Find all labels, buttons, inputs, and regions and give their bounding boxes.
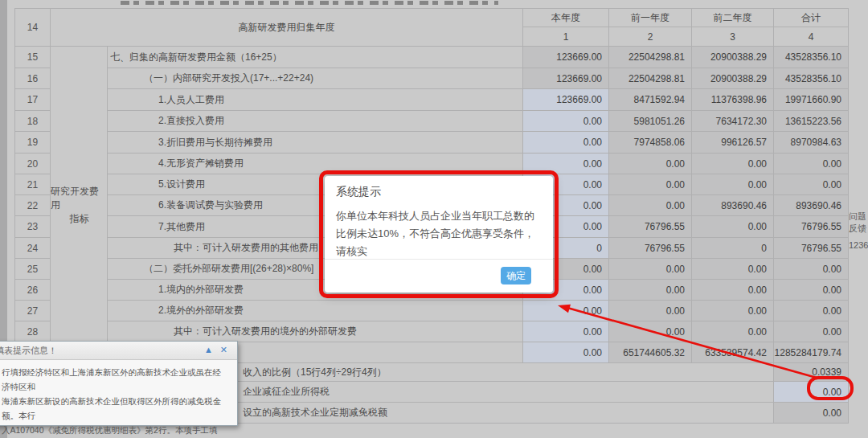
dialog-title: 系统提示	[325, 176, 553, 199]
value-cell-col3: 11376398.96	[692, 89, 774, 111]
value-cell-col3: 0.00	[692, 154, 774, 174]
value-cell-col1[interactable]: 0.00	[523, 111, 609, 132]
value-cell-col2: 0.00	[609, 321, 692, 342]
row-number: 18	[15, 111, 51, 132]
value-cell-col4: 0.00	[774, 301, 849, 321]
value-cell-col1[interactable]: 123669.00	[523, 89, 609, 111]
category-column-spacer	[51, 132, 108, 154]
value-cell-col1[interactable]: 0.00	[523, 342, 609, 363]
table-row: 16（一）内部研究开发投入(17+...+22+24)123669.002250…	[15, 68, 849, 89]
value-cell-col2: 76796.55	[609, 216, 692, 238]
value-cell-col4: 893690.46	[774, 195, 849, 216]
row-number: 25	[15, 259, 51, 280]
value-cell-col3: 20900388.29	[692, 68, 774, 89]
row-number: 20	[15, 154, 51, 174]
row-number: 28	[15, 321, 51, 342]
column-header: 前一年度	[609, 9, 692, 27]
clipped-row-above	[121, 1, 498, 5]
row-label: 七、归集的高新研发费用金额（16+25）	[108, 47, 523, 68]
value-cell-col2: 22504298.81	[609, 47, 692, 68]
tip-popup-line: 行填报经济特区和上海浦东新区外的高新技术企业或虽在经济特区和	[2, 365, 229, 394]
value-cell-col1[interactable]: 0.00	[523, 301, 609, 321]
column-number: 3	[692, 27, 774, 47]
value-cell-col1[interactable]: 0.00	[523, 132, 609, 154]
category-column-spacer	[51, 321, 108, 342]
value-cell-col2: 0.00	[609, 154, 692, 174]
header-columns: 本年度前一年度前二年度合计1234	[523, 9, 849, 47]
value-cell-col3: 20900388.29	[692, 47, 774, 68]
value-cell-col4: 0.00	[774, 174, 849, 195]
value-cell-col4[interactable]: 0.00	[774, 382, 849, 403]
value-cell-col3: 0.00	[692, 321, 774, 342]
value-cell-col1: 123669.00	[523, 68, 609, 89]
value-cell-col4: 43528356.10	[774, 68, 849, 89]
row-number: 24	[15, 238, 51, 259]
close-icon[interactable]: ✕	[220, 345, 227, 355]
feedback-hotline: 12366	[849, 239, 868, 252]
value-cell-col4: 0.00	[774, 321, 849, 342]
row-number: 23	[15, 216, 51, 238]
row-number: 17	[15, 89, 51, 111]
value-cell-col4: 0.0339	[774, 363, 849, 382]
table-header-row: 14高新研发费用归集年度本年度前一年度前二年度合计1234	[15, 9, 849, 47]
table-row: 272.境外的外部研发费0.000.000.000.00	[15, 301, 849, 321]
collapse-icon[interactable]: ▲	[204, 345, 213, 355]
row-label: 3.折旧费用与长期待摊费用	[108, 132, 523, 154]
row-number: 21	[15, 174, 51, 195]
category-column-spacer	[51, 195, 108, 216]
value-cell-col4: 0.00	[774, 403, 849, 424]
value-cell-col1: 123669.00	[523, 47, 609, 68]
value-cell-col1[interactable]: 0.00	[523, 154, 609, 174]
column-number: 1	[523, 27, 609, 47]
category-column-spacer	[51, 259, 108, 280]
row-number: 16	[15, 68, 51, 89]
tip-popup-header: 填表提示信息！ ▲ ✕	[0, 342, 237, 360]
row-number: 26	[15, 280, 51, 301]
dialog-message-line: 你单位本年科技人员占企业当年职工总数的	[336, 207, 542, 225]
value-cell-col3: 893690.46	[692, 195, 774, 216]
category-column-spacer	[51, 280, 108, 301]
row-number: 14	[15, 9, 51, 47]
value-cell-col4: 0.00	[774, 280, 849, 301]
confirm-button[interactable]: 确定	[501, 267, 531, 284]
table-row: 204.无形资产摊销费用0.000.000.000.00	[15, 154, 849, 174]
column-number: 4	[774, 27, 849, 47]
column-header: 前二年度	[692, 9, 774, 27]
value-cell-col4: 0.00	[774, 154, 849, 174]
value-cell-col3: 0.00	[692, 301, 774, 321]
row-label: 2.直接投入费用	[108, 111, 523, 132]
column-header: 本年度	[523, 9, 609, 27]
value-cell-col2: 0.00	[609, 259, 692, 280]
value-cell-col1[interactable]: 0.00	[523, 321, 609, 342]
row-label: 1.人员人工费用	[108, 89, 523, 111]
header-merged-label: 高新研发费用归集年度	[51, 9, 523, 47]
row-number: 27	[15, 301, 51, 321]
tax-form-page: 14高新研发费用归集年度本年度前一年度前二年度合计123415七、归集的高新研发…	[0, 0, 868, 438]
value-cell-col2: 7974858.06	[609, 132, 692, 154]
tip-popup-title: 填表提示信息！	[0, 345, 57, 357]
header-line: 本年度前一年度前二年度合计	[523, 9, 849, 27]
category-column-spacer	[51, 154, 108, 174]
value-cell-col2: 0.00	[609, 195, 692, 216]
value-cell-col4: 76796.55	[774, 238, 849, 259]
value-cell-col2: 0.00	[609, 301, 692, 321]
category-column-spacer	[51, 216, 108, 238]
feedback-tab[interactable]: 问题反馈 12366	[849, 211, 868, 252]
tip-popup: 填表提示信息！ ▲ ✕ 行填报经济特区和上海浦东新区外的高新技术企业或虽在经济特…	[0, 341, 238, 426]
value-cell-col4: 13615223.56	[774, 111, 849, 132]
row-label: （一）内部研究开发投入(17+...+22+24)	[108, 68, 523, 89]
row-number: 22	[15, 195, 51, 216]
value-cell-col3: 0.00	[692, 280, 774, 301]
table-row: 182.直接投入费用0.005981051.267634172.30136152…	[15, 111, 849, 132]
row-number: 19	[15, 132, 51, 154]
category-column-spacer	[51, 238, 108, 259]
tip-popup-line: 入A107040《减免所得税优惠明细表》第2行。本项手工填报，填报	[2, 423, 229, 438]
category-column-spacer	[51, 111, 108, 132]
value-cell-col2: 0.00	[609, 174, 692, 195]
category-column-spacer	[51, 301, 108, 321]
value-cell-col4: 43528356.10	[774, 47, 849, 68]
header-line: 1234	[523, 27, 849, 47]
table-row: 171.人员人工费用123669.008471592.9411376398.96…	[15, 89, 849, 111]
value-cell-col3: 996126.57	[692, 132, 774, 154]
tip-popup-line: 海浦东新区新设的高新技术企业但取得区外所得的减免税金额。本行	[2, 394, 229, 423]
